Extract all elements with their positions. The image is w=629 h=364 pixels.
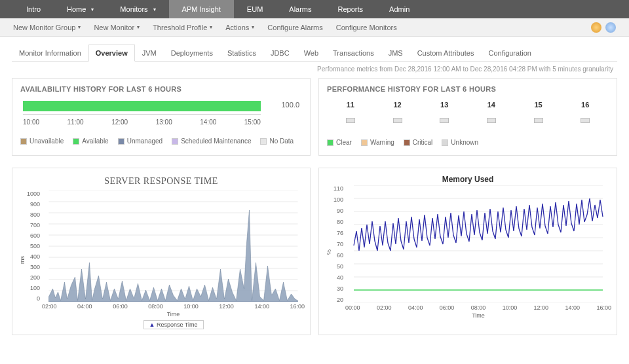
availability-chart: 100.0 10:00 11:00 12:00 13:00 14:00 15:0… <box>23 101 299 126</box>
availability-legend: Unavailable Available Unmanaged Schedule… <box>20 137 302 145</box>
chevron-down-icon: ▾ <box>91 7 94 12</box>
availability-value: 100.0 <box>281 101 299 109</box>
configure-alarms[interactable]: Configure Alarms <box>261 24 329 31</box>
nav-eum[interactable]: EUM <box>234 0 276 18</box>
nav-alarms[interactable]: Alarms <box>276 0 324 18</box>
y-axis-label: ms <box>18 191 27 329</box>
x-axis-ticks: 02:00 04:00 06:00 08:00 10:00 12:00 14:0… <box>42 302 305 310</box>
x-axis-label: Time <box>42 311 305 318</box>
perf-box[interactable] <box>440 118 449 123</box>
performance-panel: PERFORMANCE HISTORY FOR LAST 6 HOURS 11 … <box>318 78 617 156</box>
tab-transactions[interactable]: Transactions <box>326 45 381 62</box>
x-axis-ticks: 00:00 02:00 04:00 06:00 08:00 10:00 12:0… <box>345 303 611 311</box>
metrics-note: Performance metrics from Dec 28,2016 12:… <box>0 62 629 73</box>
availability-axis: 10:00 11:00 12:00 13:00 14:00 15:00 <box>23 118 261 126</box>
sub-nav: New Monitor Group▾ New Monitor▾ Threshol… <box>0 18 629 37</box>
perf-box[interactable] <box>487 118 496 123</box>
tab-monitor-information[interactable]: Monitor Information <box>12 45 88 62</box>
new-monitor-group[interactable]: New Monitor Group▾ <box>7 24 87 31</box>
chevron-down-icon: ▾ <box>210 24 212 30</box>
memory-used-chart: Memory Used % 110 100 90 80 76 70 60 50 … <box>318 168 617 335</box>
configure-monitors[interactable]: Configure Monitors <box>330 24 404 31</box>
chart-title: SERVER RESPONSE TIME <box>18 176 305 187</box>
chevron-down-icon: ▾ <box>153 7 156 12</box>
y-axis-label: % <box>324 185 334 319</box>
nav-intro[interactable]: Intro <box>13 0 54 18</box>
tab-web[interactable]: Web <box>297 45 326 62</box>
tab-configuration[interactable]: Configuration <box>481 45 538 62</box>
memory-used-plot <box>345 185 611 303</box>
availability-title: AVAILABILITY HISTORY FOR LAST 6 HOURS <box>20 85 302 93</box>
nav-home[interactable]: Home▾ <box>54 0 107 18</box>
tab-deployments[interactable]: Deployments <box>164 45 220 62</box>
performance-cells: 11 12 13 14 15 16 <box>327 101 609 123</box>
response-time-legend: ▲ Response Time <box>42 320 305 329</box>
tab-statistics[interactable]: Statistics <box>220 45 263 62</box>
tab-jvm[interactable]: JVM <box>135 45 164 62</box>
perf-box[interactable] <box>581 118 590 123</box>
threshold-profile[interactable]: Threshold Profile▾ <box>146 24 219 31</box>
tab-jms[interactable]: JMS <box>381 45 410 62</box>
performance-legend: Clear Warning Critical Unknown <box>327 139 609 146</box>
nav-monitors[interactable]: Monitors▾ <box>107 0 168 18</box>
top-nav: Intro Home▾ Monitors▾ APM Insight EUM Al… <box>0 0 629 18</box>
server-response-time-chart: SERVER RESPONSE TIME ms 1000 900 800 700… <box>12 168 311 335</box>
tab-custom-attributes[interactable]: Custom Attributes <box>410 45 482 62</box>
tab-jdbc[interactable]: JDBC <box>263 45 297 62</box>
tabs: Monitor Information Overview JVM Deploym… <box>12 45 617 62</box>
y-axis-ticks: 1000 900 800 700 600 500 400 300 200 100… <box>27 191 42 302</box>
nav-apm-insight[interactable]: APM Insight <box>169 0 234 18</box>
perf-box[interactable] <box>534 118 543 123</box>
perf-box[interactable] <box>346 118 355 123</box>
chevron-down-icon: ▾ <box>78 24 81 30</box>
performance-title: PERFORMANCE HISTORY FOR LAST 6 HOURS <box>327 85 609 93</box>
perf-box[interactable] <box>393 118 402 123</box>
print-icon[interactable] <box>605 22 616 33</box>
nav-admin[interactable]: Admin <box>376 0 423 18</box>
new-monitor[interactable]: New Monitor▾ <box>87 24 146 31</box>
tab-overview[interactable]: Overview <box>88 45 135 62</box>
nav-reports[interactable]: Reports <box>325 0 377 18</box>
refresh-icon[interactable] <box>591 22 601 33</box>
chart-title: Memory Used <box>324 175 611 184</box>
availability-bar <box>23 101 261 111</box>
availability-panel: AVAILABILITY HISTORY FOR LAST 6 HOURS 10… <box>12 78 311 156</box>
response-time-plot <box>42 191 305 302</box>
actions[interactable]: Actions▾ <box>219 24 261 31</box>
y-axis-ticks: 110 100 90 80 76 70 60 50 40 30 20 <box>334 185 345 303</box>
x-axis-label: Time <box>345 312 611 319</box>
chevron-down-icon: ▾ <box>137 24 140 30</box>
chevron-down-icon: ▾ <box>252 24 254 30</box>
